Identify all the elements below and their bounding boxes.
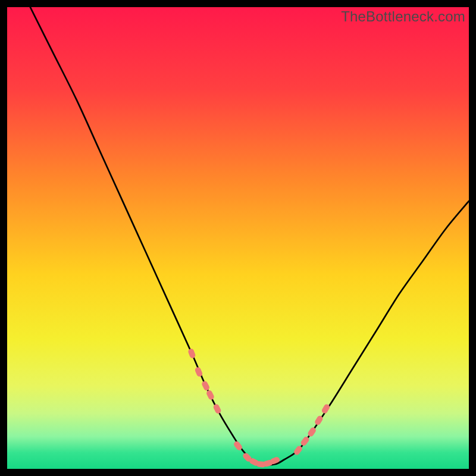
curve-layer (7, 7, 469, 469)
curve-marker (205, 389, 215, 400)
curve-marker (201, 380, 211, 392)
marker-group (187, 348, 331, 468)
curve-marker (187, 348, 196, 359)
outer-frame: TheBottleneck.com (0, 0, 476, 476)
plot-area (7, 7, 469, 469)
curve-marker (212, 403, 222, 415)
bottleneck-curve (30, 7, 469, 465)
watermark-text: TheBottleneck.com (341, 8, 465, 25)
